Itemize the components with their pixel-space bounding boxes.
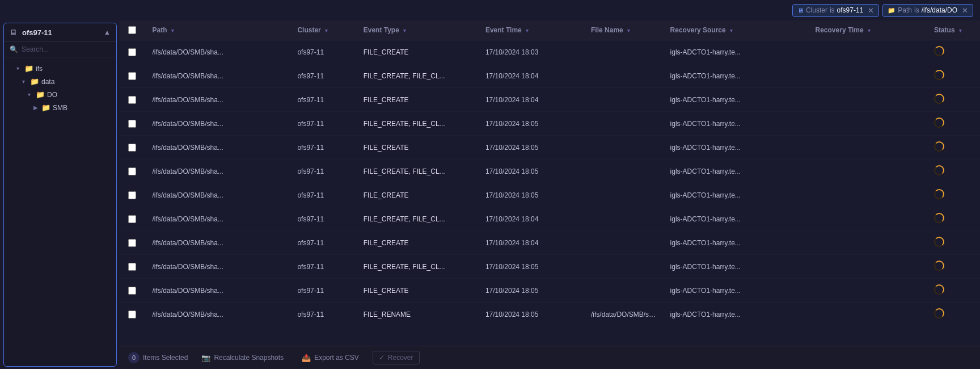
tree-arrow-ifs: ▾ [16,65,22,72]
row-recovery-time [809,40,927,64]
path-filter-op: is [914,6,919,14]
status-spinner-icon [934,284,944,295]
row-filename: /ifs/data/DO/SMB/sha... [584,303,664,326]
top-filter-bar: 🖥 Cluster is ofs97-11 ✕ 📁 Path is /ifs/d… [0,0,980,20]
status-spinner-icon [934,189,944,199]
row-checkbox[interactable] [128,167,136,175]
col-header-recovery-source[interactable]: Recovery Source ▾ [664,20,809,40]
row-filename [584,40,664,64]
row-checkbox[interactable] [128,239,136,247]
row-cluster: ofs97-11 [290,255,356,279]
row-checkbox-cell[interactable] [119,88,146,112]
row-checkbox-cell[interactable] [119,160,146,183]
row-checkbox[interactable] [128,311,136,318]
row-checkbox-cell[interactable] [119,183,146,207]
col-header-event-time[interactable]: Event Time ▾ [479,20,584,40]
recover-button[interactable]: ✓ Recover [373,351,420,364]
row-checkbox[interactable] [128,287,136,295]
row-checkbox[interactable] [128,96,136,104]
cluster-filter-close[interactable]: ✕ [868,6,874,15]
status-spinner-icon [934,261,944,271]
cluster-sort-icon: ▾ [325,28,328,33]
tree-arrow-smb: ▶ [33,104,39,111]
col-header-cluster[interactable]: Cluster ▾ [290,20,356,40]
row-filename [584,160,664,183]
table-wrapper[interactable]: Path ▾ Cluster ▾ Event Type ▾ Event Time… [119,20,980,346]
row-event-type: FILE_CREATE, FILE_CL... [357,160,479,183]
sidebar-header: 🖥 ofs97-11 ▲ [4,23,116,42]
row-checkbox[interactable] [128,263,136,271]
row-cluster: ofs97-11 [290,136,356,160]
col-header-check[interactable] [119,20,146,40]
row-recovery-source: igls-ADCTO1-harry.te... [664,160,809,183]
row-event-type: FILE_CREATE, FILE_CL... [357,64,479,88]
row-checkbox[interactable] [128,215,136,223]
path-filter-close[interactable]: ✕ [962,6,968,15]
sidebar-collapse-button[interactable]: ▲ [104,28,111,36]
folder-icon-do: 📁 [36,90,45,99]
row-event-time: 17/10/2024 18:05 [479,183,584,207]
col-header-path[interactable]: Path ▾ [146,20,291,40]
row-recovery-source: igls-ADCTO1-harry.te... [664,40,809,64]
row-checkbox[interactable] [128,120,136,128]
row-status [927,231,980,255]
tree-item-data[interactable]: ▾ 📁 data [19,75,113,88]
folder-icon-ifs: 📁 [24,64,33,73]
row-checkbox-cell[interactable] [119,64,146,88]
row-checkbox[interactable] [128,191,136,199]
col-header-filename[interactable]: File Name ▾ [584,20,664,40]
row-checkbox-cell[interactable] [119,112,146,136]
row-checkbox-cell[interactable] [119,255,146,279]
row-event-time: 17/10/2024 18:05 [479,160,584,183]
row-recovery-time [809,279,927,303]
col-header-event-type[interactable]: Event Type ▾ [357,20,479,40]
row-status [927,64,980,88]
path-sort-icon: ▾ [171,28,174,33]
tree-label-ifs: ifs [36,65,43,73]
row-path: /ifs/data/DO/SMB/sha... [146,279,291,303]
row-checkbox[interactable] [128,144,136,152]
tree-item-smb[interactable]: ▶ 📁 SMB [30,101,113,114]
tree-arrow-data: ▾ [22,78,28,85]
select-all-checkbox[interactable] [128,26,136,34]
export-csv-button[interactable]: 📤 Export as CSV [297,351,364,364]
col-header-recovery-time[interactable]: Recovery Time ▾ [809,20,927,40]
row-cluster: ofs97-11 [290,231,356,255]
search-input[interactable] [22,45,111,53]
table-row: /ifs/data/DO/SMB/sha... ofs97-11 FILE_CR… [119,231,980,255]
row-checkbox[interactable] [128,72,136,80]
recalculate-snapshots-button[interactable]: 📷 Recalculate Snapshots [197,351,288,364]
row-recovery-time [809,207,927,231]
row-event-time: 17/10/2024 18:04 [479,64,584,88]
export-icon: 📤 [302,354,311,362]
cluster-filter-chip[interactable]: 🖥 Cluster is ofs97-11 ✕ [792,4,879,17]
row-filename [584,231,664,255]
row-checkbox-cell[interactable] [119,303,146,326]
table-row: /ifs/data/DO/SMB/sha... ofs97-11 FILE_CR… [119,112,980,136]
row-filename [584,255,664,279]
row-path: /ifs/data/DO/SMB/sha... [146,231,291,255]
row-checkbox-cell[interactable] [119,136,146,160]
path-filter-chip[interactable]: 📁 Path is /ifs/data/DO ✕ [882,4,973,17]
items-selected-indicator: 0 Items Selected [128,352,188,363]
col-header-status[interactable]: Status ▾ [927,20,980,40]
row-checkbox[interactable] [128,48,136,56]
file-tree-sidebar: 🖥 ofs97-11 ▲ 🔍 ▾ 📁 ifs ▾ 📁 data ▾ 📁 [3,23,117,367]
server-icon: 🖥 [10,28,18,37]
row-checkbox-cell[interactable] [119,231,146,255]
main-layout: 🖥 ofs97-11 ▲ 🔍 ▾ 📁 ifs ▾ 📁 data ▾ 📁 [0,20,980,369]
path-filter-key: Path [898,6,912,14]
row-checkbox-cell[interactable] [119,207,146,231]
row-checkbox-cell[interactable] [119,279,146,303]
row-status [927,207,980,231]
row-path: /ifs/data/DO/SMB/sha... [146,207,291,231]
row-filename [584,136,664,160]
recovery-source-sort-icon: ▾ [730,28,733,33]
filename-sort-icon: ▾ [627,28,630,33]
row-filename [584,183,664,207]
tree-item-do[interactable]: ▾ 📁 DO [24,88,113,101]
tree-item-ifs[interactable]: ▾ 📁 ifs [13,62,113,75]
table-header-row: Path ▾ Cluster ▾ Event Type ▾ Event Time… [119,20,980,40]
row-checkbox-cell[interactable] [119,40,146,64]
row-event-time: 17/10/2024 18:05 [479,303,584,326]
